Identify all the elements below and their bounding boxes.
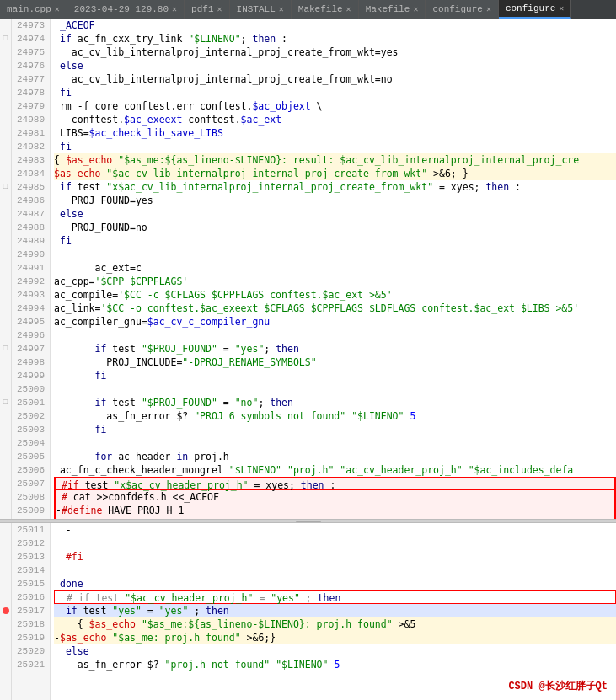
close-icon[interactable]: ✕ xyxy=(559,3,564,13)
app-container: main.cpp ✕ 2023-04-29 129.80 ✕ pdf1 ✕ IN… xyxy=(0,0,616,700)
code-line: if test "x$ac_cv_lib_internalproj_intern… xyxy=(54,180,616,194)
code-line-highlight-box: # if test "$ac_cv_header_proj_h" = "yes"… xyxy=(54,590,616,604)
code-line: ac_link='$CC -o conftest.$ac_exeext $CFL… xyxy=(54,302,616,315)
code-line xyxy=(54,564,616,577)
tab-main-cpp[interactable]: main.cpp ✕ xyxy=(0,0,67,19)
tab-label: pdf1 xyxy=(191,4,213,14)
code-line-sas-echo2: -$as_echo "$as_me: proj.h found" >&6;} xyxy=(54,631,616,644)
tab-label: configure xyxy=(432,4,482,14)
close-icon[interactable]: ✕ xyxy=(172,4,177,14)
code-line: fi xyxy=(54,234,616,248)
code-line xyxy=(54,436,616,450)
close-icon[interactable]: ✕ xyxy=(279,4,284,14)
code-line: PROJ_FOUND=yes xyxy=(54,194,616,207)
tab-label: INSTALL xyxy=(237,4,276,14)
tab-makefile2[interactable]: Makefile ✕ xyxy=(359,0,426,19)
tab-install[interactable]: INSTALL ✕ xyxy=(230,0,292,19)
code-line-redbox: #if test "x$ac_cv_header_proj_h" = xyes;… xyxy=(54,477,616,490)
code-line-sas-echo: $as_echo "$ac_cv_lib_internalproj_intern… xyxy=(54,167,616,180)
code-line: PROJ_FOUND=no xyxy=(54,221,616,234)
code-line: ac_compile='$CC -c $CFLAGS $CPPFLAGS con… xyxy=(54,288,616,302)
close-icon[interactable]: ✕ xyxy=(413,4,418,14)
tab-date[interactable]: 2023-04-29 129.80 ✕ xyxy=(67,0,185,19)
code-line: fi xyxy=(54,369,616,382)
line-numbers-top: 24973 24974 24975 24976 24977 24978 2497… xyxy=(12,19,51,519)
tab-configure2[interactable]: configure ✕ xyxy=(499,0,571,19)
code-line: ac_cpp='$CPP $CPPFLAGS' xyxy=(54,275,616,288)
code-line: ac_cv_lib_internalproj_internal_proj_cre… xyxy=(54,72,616,86)
code-line: _ACEOF xyxy=(54,19,616,32)
code-line: done xyxy=(54,577,616,590)
code-line: else xyxy=(54,207,616,221)
code-line-sas-echo2: { $as_echo "$as_me:${as_lineno-$LINENO}:… xyxy=(54,617,616,631)
tab-pdf[interactable]: pdf1 ✕ xyxy=(185,0,229,19)
code-line xyxy=(54,329,616,342)
code-line: else xyxy=(54,59,616,72)
code-line: ac_ext=c xyxy=(54,261,616,275)
code-line: LIBS=$ac_check_lib_save_LIBS xyxy=(54,126,616,140)
code-editor-bottom[interactable]: 25011 25012 25013 25014 25015 25016 2501… xyxy=(0,523,616,700)
close-icon[interactable]: ✕ xyxy=(55,4,60,14)
code-line: ac_fn_c_check_header_mongrel "$LINENO" "… xyxy=(54,463,616,477)
code-line-blue: if test "yes" = "yes" ; then xyxy=(54,604,616,617)
tab-label: 2023-04-29 129.80 xyxy=(74,4,169,14)
code-content-bottom[interactable]: - #fi done # if test "$ac_cv_header_proj… xyxy=(51,523,616,700)
code-line xyxy=(54,248,616,261)
code-line: as_fn_error $? "proj.h not found" "$LINE… xyxy=(54,658,616,671)
code-line: PROJ_INCLUDE="-DPROJ_RENAME_SYMBOLS" xyxy=(54,355,616,369)
code-line: - xyxy=(54,523,616,537)
code-line-sas-echo: { $as_echo "$as_me:${as_lineno-$LINENO}:… xyxy=(54,153,616,167)
code-line: fi xyxy=(54,86,616,99)
code-editor-top[interactable]: □ □ xyxy=(0,19,616,519)
code-line: ac_cv_lib_internalproj_internal_proj_cre… xyxy=(54,45,616,59)
code-line: fi xyxy=(54,423,616,436)
code-line: as_fn_error $? "PROJ 6 symbols not found… xyxy=(54,409,616,423)
close-icon[interactable]: ✕ xyxy=(486,4,491,14)
tab-bar: main.cpp ✕ 2023-04-29 129.80 ✕ pdf1 ✕ IN… xyxy=(0,0,616,19)
tab-label: main.cpp xyxy=(7,4,51,14)
code-line-redbox: # cat >>confdefs.h <<_ACEOF xyxy=(54,490,616,504)
code-line: else xyxy=(54,644,616,658)
tab-makefile1[interactable]: Makefile ✕ xyxy=(292,0,359,19)
code-line: fi xyxy=(54,140,616,153)
watermark: CSDN @长沙红胖子Qt xyxy=(508,679,608,693)
top-pane: □ □ xyxy=(0,19,616,519)
line-numbers-bottom: 25011 25012 25013 25014 25015 25016 2501… xyxy=(12,523,51,700)
fold-margin: □ □ xyxy=(0,19,12,519)
code-line xyxy=(54,537,616,550)
close-icon[interactable]: ✕ xyxy=(217,4,222,14)
code-line: if ac_fn_cxx_try_link "$LINENO"; then : xyxy=(54,32,616,45)
code-line: if test "$PROJ_FOUND" = "yes"; then xyxy=(54,342,616,355)
code-line-redbox: -#define HAVE_PROJ_H 1 xyxy=(54,504,616,517)
error-margin xyxy=(0,523,12,700)
tab-configure1[interactable]: configure ✕ xyxy=(426,0,498,19)
code-line: for ac_header in proj.h xyxy=(54,450,616,463)
code-line xyxy=(54,382,616,396)
code-line: rm -f core conftest.err conftest.$ac_obj… xyxy=(54,99,616,113)
tab-label: Makefile xyxy=(366,4,410,14)
close-icon[interactable]: ✕ xyxy=(346,4,351,14)
code-line: #fi xyxy=(54,550,616,564)
bottom-pane: 25011 25012 25013 25014 25015 25016 2501… xyxy=(0,523,616,700)
code-line: if test "$PROJ_FOUND" = "no"; then xyxy=(54,396,616,409)
code-line: ac_compiler_gnu=$ac_cv_c_compiler_gnu xyxy=(54,315,616,329)
code-line: conftest.$ac_exeext conftest.$ac_ext xyxy=(54,113,616,126)
tab-label: configure xyxy=(506,3,555,13)
code-content-top[interactable]: _ACEOF if ac_fn_cxx_try_link "$LINENO"; … xyxy=(51,19,616,519)
tab-label: Makefile xyxy=(298,4,343,14)
